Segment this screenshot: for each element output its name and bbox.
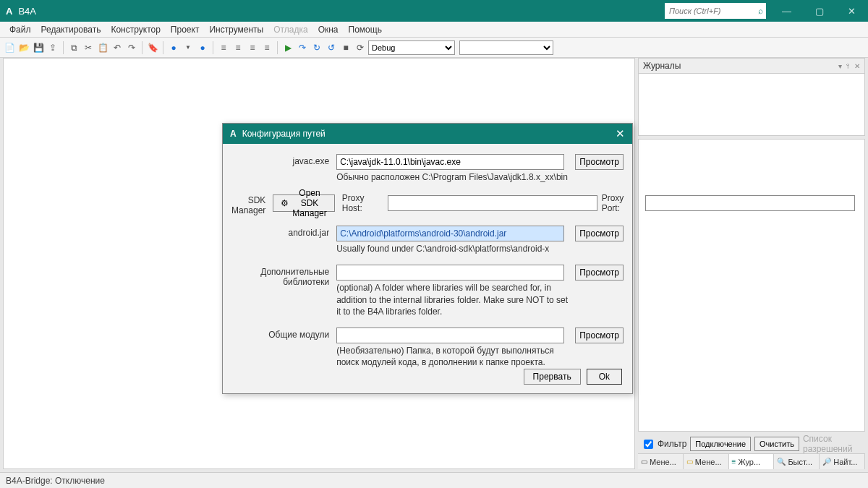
menu-tools[interactable]: Инструменты [204, 22, 268, 38]
menu-file[interactable]: Файл [4, 22, 36, 38]
open-icon[interactable]: 📂 [17, 41, 30, 54]
nav-back-icon[interactable]: ● [167, 41, 180, 54]
copy-icon[interactable]: ⧉ [67, 41, 80, 54]
menu-help[interactable]: Помощь [344, 22, 387, 38]
undo-icon[interactable]: ↶ [111, 41, 124, 54]
open-sdk-button[interactable]: ⚙Open SDK Manager [273, 194, 334, 212]
step-into-icon[interactable]: ↻ [310, 41, 323, 54]
javac-browse-button[interactable]: Просмотр [575, 154, 624, 170]
journals-header: Журналы ▾ ⫯ ✕ [638, 58, 865, 74]
journals-panel: Журналы ▾ ⫯ ✕ Фильтр Подключение Очистит… [638, 58, 865, 469]
android-hint: Usually found under C:\android-sdk\platf… [336, 243, 568, 254]
maximize-button[interactable]: ▢ [803, 0, 835, 22]
sdk-label: SDK Manager [231, 193, 273, 215]
panel-pin-icon[interactable]: ⫯ [846, 62, 850, 70]
tab-manager2[interactable]: ▭Мене... [684, 454, 729, 469]
dropdown-icon[interactable]: ▼ [182, 41, 195, 54]
proxy-port-label: Proxy Port: [602, 193, 641, 213]
libs-hint: (optional) A folder where libraries will… [336, 282, 568, 317]
run-icon[interactable]: ▶ [281, 41, 294, 54]
tab-find[interactable]: 🔎Найт... [820, 454, 865, 469]
paste-icon[interactable]: 📋 [96, 41, 109, 54]
menu-designer[interactable]: Конструктор [106, 22, 165, 38]
paths-dialog: A Конфигурация путей ✕ javac.exe Обычно … [222, 123, 633, 394]
menu-windows[interactable]: Окна [313, 22, 344, 38]
panel-menu-icon[interactable]: ▾ [838, 62, 842, 70]
app-logo: A [6, 6, 12, 17]
android-input[interactable] [336, 226, 564, 241]
new-icon[interactable]: 📄 [3, 41, 16, 54]
comment-icon[interactable]: ≡ [246, 41, 259, 54]
android-browse-button[interactable]: Просмотр [575, 226, 624, 241]
cancel-button[interactable]: Прервать [524, 369, 581, 385]
step-over-icon[interactable]: ↷ [296, 41, 309, 54]
libs-browse-button[interactable]: Просмотр [575, 265, 624, 281]
shared-input[interactable] [336, 328, 564, 343]
titlebar: A B4A ⌕ — ▢ ✕ [0, 0, 868, 22]
uncomment-icon[interactable]: ≡ [260, 41, 273, 54]
filter-checkbox[interactable]: Фильтр [641, 437, 686, 451]
nav-fwd-icon[interactable]: ● [196, 41, 209, 54]
bottom-tabs: ▭Мене... ▭Мене... ≡Жур... 🔍Быст... 🔎Найт… [638, 453, 865, 469]
menubar: Файл Редактировать Конструктор Проект Ин… [0, 22, 868, 38]
shared-browse-button[interactable]: Просмотр [575, 328, 624, 343]
android-label: android.jar [231, 226, 336, 238]
javac-hint: Обычно расположен C:\Program Files\Java\… [336, 171, 568, 183]
search-icon: ⌕ [758, 6, 763, 16]
tab-quick[interactable]: 🔍Быст... [774, 454, 820, 469]
dialog-titlebar: A Конфигурация путей ✕ [223, 124, 632, 144]
proxy-host-input[interactable] [388, 195, 597, 211]
cut-icon[interactable]: ✂ [82, 41, 95, 54]
proxy-host-label: Proxy Host: [342, 193, 383, 213]
clear-button[interactable]: Очистить [754, 437, 799, 451]
toolbar: 📄 📂 💾 ⇪ ⧉ ✂ 📋 ↶ ↷ 🔖 ● ▼ ● ≡ ≡ ≡ ≡ ▶ ↷ ↻ … [0, 38, 868, 58]
gear-icon: ⚙ [281, 198, 289, 208]
journals-lower [638, 139, 865, 432]
search-input[interactable] [668, 6, 758, 16]
dialog-logo: A [230, 129, 237, 139]
stop-icon[interactable]: ■ [339, 41, 352, 54]
journals-title: Журналы [643, 61, 681, 71]
panel-close-icon[interactable]: ✕ [854, 62, 860, 70]
shared-label: Общие модули [231, 328, 336, 340]
bookmark-icon[interactable]: 🔖 [146, 41, 159, 54]
statusbar: B4A-Bridge: Отключение [0, 472, 868, 488]
menu-edit[interactable]: Редактировать [36, 22, 106, 38]
javac-label: javac.exe [231, 154, 336, 166]
dialog-title: Конфигурация путей [242, 129, 326, 139]
journals-upper [638, 74, 865, 136]
save-icon[interactable]: 💾 [32, 41, 45, 54]
dialog-close-icon[interactable]: ✕ [616, 127, 625, 140]
journals-controls: Фильтр Подключение Очистить Список разре… [638, 435, 865, 453]
tab-journal[interactable]: ≡Жур... [729, 454, 775, 469]
indent-left-icon[interactable]: ≡ [217, 41, 230, 54]
libs-input[interactable] [336, 265, 564, 281]
tab-manager1[interactable]: ▭Мене... [638, 454, 684, 469]
ok-button[interactable]: Ok [587, 369, 622, 385]
export-icon[interactable]: ⇪ [46, 41, 59, 54]
proxy-port-input[interactable] [645, 195, 855, 211]
close-button[interactable]: ✕ [835, 0, 868, 22]
shared-hint: (Необязательно) Папка, в которой будут в… [336, 345, 568, 368]
status-text: B4A-Bridge: Отключение [6, 476, 105, 486]
permissions-link: Список разрешений [803, 434, 862, 454]
libs-label: Дополнительные библиотеки [231, 265, 336, 287]
build-mode-select[interactable]: Debug [368, 40, 455, 55]
javac-input[interactable] [336, 154, 564, 170]
indent-right-icon[interactable]: ≡ [231, 41, 244, 54]
connect-button[interactable]: Подключение [690, 437, 751, 451]
app-title: B4A [18, 6, 36, 17]
refresh-icon[interactable]: ⟳ [354, 41, 367, 54]
search-box[interactable]: ⌕ [665, 3, 766, 19]
menu-debug: Отладка [268, 22, 312, 38]
step-out-icon[interactable]: ↺ [325, 41, 338, 54]
minimize-button[interactable]: — [770, 0, 803, 22]
menu-project[interactable]: Проект [166, 22, 205, 38]
redo-icon[interactable]: ↷ [125, 41, 138, 54]
secondary-select[interactable] [459, 40, 553, 55]
